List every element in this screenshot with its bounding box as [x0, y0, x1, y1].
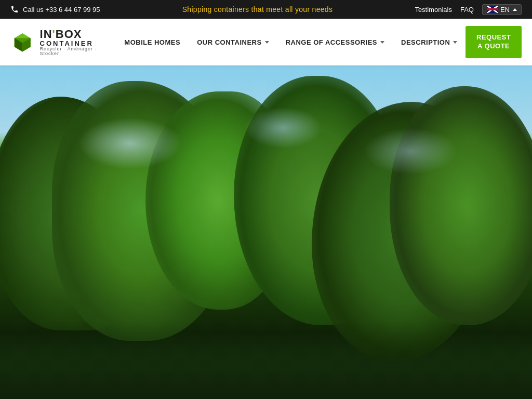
logo-text: IN'BOX CONTAINER Recycler · Aménager · S…	[40, 29, 101, 56]
contact-info: Call us +33 6 44 67 99 95	[10, 5, 100, 14]
top-right-links: Testimonials FAQ EN	[415, 4, 522, 15]
logo[interactable]: IN'BOX CONTAINER Recycler · Aménager · S…	[10, 26, 100, 58]
tagline: Shipping containers that meet all your n…	[182, 5, 332, 14]
lang-code: EN	[500, 6, 510, 14]
sky-patch-3	[364, 128, 457, 175]
faq-link[interactable]: FAQ	[460, 6, 474, 14]
ground-shadow	[0, 321, 532, 399]
logo-tagline: Recycler · Aménager · Stocker	[40, 47, 101, 56]
nav-item-our-containers: OUR CONTAINERS	[189, 33, 277, 51]
flag-uk-icon	[487, 6, 498, 13]
nav-link-mobile-homes[interactable]: MOBILE HOMES	[116, 33, 189, 51]
request-quote-button[interactable]: REQUEST A QUOTE	[466, 26, 522, 58]
hero-section	[0, 65, 532, 399]
language-selector[interactable]: EN	[482, 4, 522, 15]
testimonials-link[interactable]: Testimonials	[415, 6, 452, 14]
logo-sub: CONTAINER	[40, 40, 101, 47]
tree-layer	[0, 65, 532, 399]
tree-6	[390, 86, 532, 325]
phone-icon	[10, 5, 19, 14]
phone-text: Call us +33 6 44 67 99 95	[23, 6, 100, 14]
logo-icon	[10, 26, 35, 58]
nav-link-description[interactable]: DESCRIPTION	[393, 33, 466, 51]
nav-item-accessories: RANGE OF ACCESSORIES	[277, 33, 393, 51]
chevron-down-icon-description	[453, 41, 457, 44]
sky-patch-1	[78, 117, 182, 169]
chevron-up-icon	[513, 8, 517, 11]
chevron-down-icon-accessories	[380, 41, 384, 44]
nav-item-description: DESCRIPTION	[393, 33, 466, 51]
navbar: IN'BOX CONTAINER Recycler · Aménager · S…	[0, 19, 532, 65]
nav-link-accessories[interactable]: RANGE OF ACCESSORIES	[277, 33, 393, 51]
nav-link-our-containers[interactable]: OUR CONTAINERS	[189, 33, 277, 51]
sky-patch-2	[244, 107, 322, 149]
top-bar: Call us +33 6 44 67 99 95 Shipping conta…	[0, 0, 532, 19]
chevron-down-icon-containers	[265, 41, 269, 44]
nav-menu: MOBILE HOMES OUR CONTAINERS RANGE OF ACC…	[116, 33, 466, 51]
nav-item-mobile-homes: MOBILE HOMES	[116, 33, 189, 51]
logo-brand: IN'BOX	[40, 29, 101, 40]
